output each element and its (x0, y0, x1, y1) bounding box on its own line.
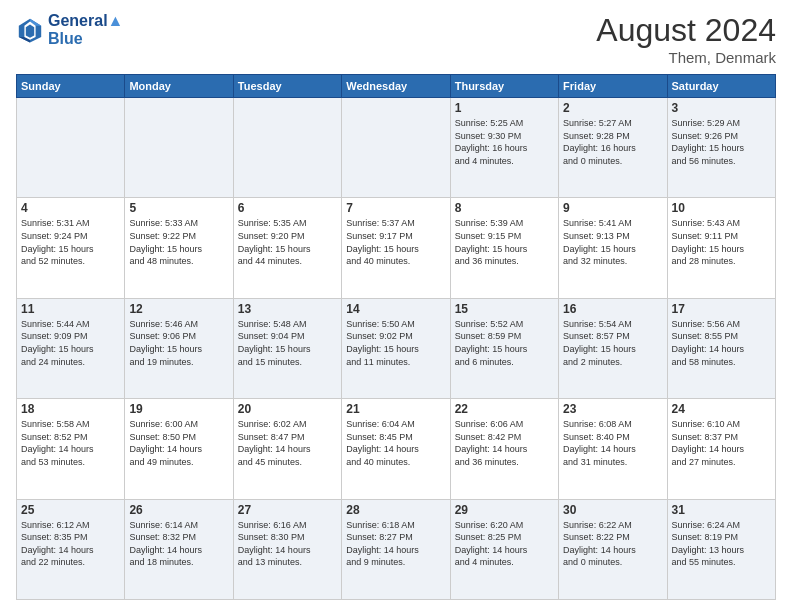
day-cell: 5Sunrise: 5:33 AM Sunset: 9:22 PM Daylig… (125, 198, 233, 298)
day-info: Sunrise: 6:02 AM Sunset: 8:47 PM Dayligh… (238, 418, 337, 468)
location: Them, Denmark (596, 49, 776, 66)
day-cell: 4Sunrise: 5:31 AM Sunset: 9:24 PM Daylig… (17, 198, 125, 298)
day-number: 12 (129, 302, 228, 316)
day-number: 20 (238, 402, 337, 416)
day-cell: 25Sunrise: 6:12 AM Sunset: 8:35 PM Dayli… (17, 499, 125, 599)
day-info: Sunrise: 6:06 AM Sunset: 8:42 PM Dayligh… (455, 418, 554, 468)
day-cell: 2Sunrise: 5:27 AM Sunset: 9:28 PM Daylig… (559, 98, 667, 198)
day-cell: 20Sunrise: 6:02 AM Sunset: 8:47 PM Dayli… (233, 399, 341, 499)
day-info: Sunrise: 5:50 AM Sunset: 9:02 PM Dayligh… (346, 318, 445, 368)
day-cell (125, 98, 233, 198)
week-row-4: 25Sunrise: 6:12 AM Sunset: 8:35 PM Dayli… (17, 499, 776, 599)
day-info: Sunrise: 6:18 AM Sunset: 8:27 PM Dayligh… (346, 519, 445, 569)
day-cell: 30Sunrise: 6:22 AM Sunset: 8:22 PM Dayli… (559, 499, 667, 599)
day-cell: 17Sunrise: 5:56 AM Sunset: 8:55 PM Dayli… (667, 298, 775, 398)
day-cell: 18Sunrise: 5:58 AM Sunset: 8:52 PM Dayli… (17, 399, 125, 499)
day-info: Sunrise: 5:44 AM Sunset: 9:09 PM Dayligh… (21, 318, 120, 368)
day-cell: 23Sunrise: 6:08 AM Sunset: 8:40 PM Dayli… (559, 399, 667, 499)
day-info: Sunrise: 5:33 AM Sunset: 9:22 PM Dayligh… (129, 217, 228, 267)
day-number: 14 (346, 302, 445, 316)
day-cell: 27Sunrise: 6:16 AM Sunset: 8:30 PM Dayli… (233, 499, 341, 599)
day-number: 15 (455, 302, 554, 316)
day-cell: 7Sunrise: 5:37 AM Sunset: 9:17 PM Daylig… (342, 198, 450, 298)
logo-icon (16, 16, 44, 44)
day-cell: 14Sunrise: 5:50 AM Sunset: 9:02 PM Dayli… (342, 298, 450, 398)
day-number: 25 (21, 503, 120, 517)
day-info: Sunrise: 6:04 AM Sunset: 8:45 PM Dayligh… (346, 418, 445, 468)
week-row-3: 18Sunrise: 5:58 AM Sunset: 8:52 PM Dayli… (17, 399, 776, 499)
day-info: Sunrise: 5:27 AM Sunset: 9:28 PM Dayligh… (563, 117, 662, 167)
title-block: August 2024 Them, Denmark (596, 12, 776, 66)
day-info: Sunrise: 5:43 AM Sunset: 9:11 PM Dayligh… (672, 217, 771, 267)
day-number: 23 (563, 402, 662, 416)
day-cell: 6Sunrise: 5:35 AM Sunset: 9:20 PM Daylig… (233, 198, 341, 298)
day-cell: 31Sunrise: 6:24 AM Sunset: 8:19 PM Dayli… (667, 499, 775, 599)
day-cell: 15Sunrise: 5:52 AM Sunset: 8:59 PM Dayli… (450, 298, 558, 398)
day-info: Sunrise: 5:56 AM Sunset: 8:55 PM Dayligh… (672, 318, 771, 368)
day-cell (233, 98, 341, 198)
day-cell: 19Sunrise: 6:00 AM Sunset: 8:50 PM Dayli… (125, 399, 233, 499)
day-cell: 29Sunrise: 6:20 AM Sunset: 8:25 PM Dayli… (450, 499, 558, 599)
day-number: 17 (672, 302, 771, 316)
page: General▲ Blue August 2024 Them, Denmark … (0, 0, 792, 612)
day-number: 5 (129, 201, 228, 215)
day-number: 30 (563, 503, 662, 517)
day-number: 16 (563, 302, 662, 316)
day-number: 8 (455, 201, 554, 215)
day-number: 11 (21, 302, 120, 316)
day-number: 21 (346, 402, 445, 416)
week-row-1: 4Sunrise: 5:31 AM Sunset: 9:24 PM Daylig… (17, 198, 776, 298)
day-info: Sunrise: 5:35 AM Sunset: 9:20 PM Dayligh… (238, 217, 337, 267)
day-header-friday: Friday (559, 75, 667, 98)
day-number: 22 (455, 402, 554, 416)
day-header-sunday: Sunday (17, 75, 125, 98)
month-year: August 2024 (596, 12, 776, 49)
day-info: Sunrise: 6:24 AM Sunset: 8:19 PM Dayligh… (672, 519, 771, 569)
day-info: Sunrise: 5:46 AM Sunset: 9:06 PM Dayligh… (129, 318, 228, 368)
day-cell: 10Sunrise: 5:43 AM Sunset: 9:11 PM Dayli… (667, 198, 775, 298)
day-number: 13 (238, 302, 337, 316)
day-info: Sunrise: 6:16 AM Sunset: 8:30 PM Dayligh… (238, 519, 337, 569)
day-cell: 8Sunrise: 5:39 AM Sunset: 9:15 PM Daylig… (450, 198, 558, 298)
header: General▲ Blue August 2024 Them, Denmark (16, 12, 776, 66)
day-cell: 13Sunrise: 5:48 AM Sunset: 9:04 PM Dayli… (233, 298, 341, 398)
day-cell (17, 98, 125, 198)
week-row-0: 1Sunrise: 5:25 AM Sunset: 9:30 PM Daylig… (17, 98, 776, 198)
day-cell: 22Sunrise: 6:06 AM Sunset: 8:42 PM Dayli… (450, 399, 558, 499)
day-cell: 12Sunrise: 5:46 AM Sunset: 9:06 PM Dayli… (125, 298, 233, 398)
logo: General▲ Blue (16, 12, 123, 47)
day-number: 2 (563, 101, 662, 115)
day-number: 6 (238, 201, 337, 215)
day-header-saturday: Saturday (667, 75, 775, 98)
day-header-thursday: Thursday (450, 75, 558, 98)
day-info: Sunrise: 6:12 AM Sunset: 8:35 PM Dayligh… (21, 519, 120, 569)
day-cell: 24Sunrise: 6:10 AM Sunset: 8:37 PM Dayli… (667, 399, 775, 499)
day-number: 1 (455, 101, 554, 115)
day-number: 4 (21, 201, 120, 215)
day-number: 26 (129, 503, 228, 517)
day-info: Sunrise: 5:25 AM Sunset: 9:30 PM Dayligh… (455, 117, 554, 167)
day-info: Sunrise: 5:29 AM Sunset: 9:26 PM Dayligh… (672, 117, 771, 167)
day-number: 29 (455, 503, 554, 517)
day-number: 18 (21, 402, 120, 416)
day-number: 7 (346, 201, 445, 215)
calendar-table: SundayMondayTuesdayWednesdayThursdayFrid… (16, 74, 776, 600)
day-cell: 11Sunrise: 5:44 AM Sunset: 9:09 PM Dayli… (17, 298, 125, 398)
day-number: 3 (672, 101, 771, 115)
day-number: 19 (129, 402, 228, 416)
day-cell (342, 98, 450, 198)
day-info: Sunrise: 5:48 AM Sunset: 9:04 PM Dayligh… (238, 318, 337, 368)
day-info: Sunrise: 6:22 AM Sunset: 8:22 PM Dayligh… (563, 519, 662, 569)
day-header-monday: Monday (125, 75, 233, 98)
day-header-tuesday: Tuesday (233, 75, 341, 98)
day-cell: 21Sunrise: 6:04 AM Sunset: 8:45 PM Dayli… (342, 399, 450, 499)
day-number: 27 (238, 503, 337, 517)
day-info: Sunrise: 5:41 AM Sunset: 9:13 PM Dayligh… (563, 217, 662, 267)
day-number: 28 (346, 503, 445, 517)
day-number: 31 (672, 503, 771, 517)
day-info: Sunrise: 6:00 AM Sunset: 8:50 PM Dayligh… (129, 418, 228, 468)
day-cell: 9Sunrise: 5:41 AM Sunset: 9:13 PM Daylig… (559, 198, 667, 298)
svg-marker-4 (26, 24, 34, 37)
day-info: Sunrise: 6:10 AM Sunset: 8:37 PM Dayligh… (672, 418, 771, 468)
header-row: SundayMondayTuesdayWednesdayThursdayFrid… (17, 75, 776, 98)
